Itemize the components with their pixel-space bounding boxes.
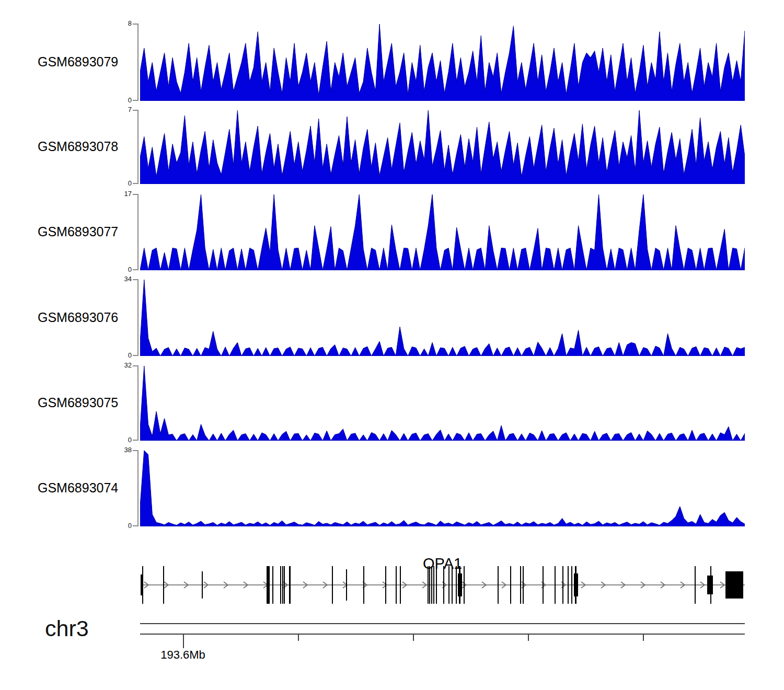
y-axis-tick [133, 183, 137, 184]
coverage-track-row: GSM6893075320 [0, 365, 784, 441]
exon-box [396, 566, 397, 604]
genome-axis-line [140, 634, 745, 635]
exon-box [448, 566, 449, 604]
coverage-track-row: GSM6893076340 [0, 279, 784, 356]
exon-box [431, 566, 432, 604]
genome-axis-tick [298, 635, 299, 641]
exon-box [562, 566, 563, 604]
y-axis-zero-label: 0 [114, 522, 132, 530]
exon-box [456, 566, 457, 604]
exon-box [163, 566, 164, 604]
y-axis-tick [133, 440, 137, 441]
exon-box [707, 576, 713, 594]
exon-box [433, 566, 434, 604]
exon-box [428, 566, 429, 604]
y-axis-tick [133, 110, 137, 111]
y-axis-tick [133, 450, 137, 451]
exon-box [332, 566, 333, 604]
y-axis-tick [133, 279, 137, 280]
exon-box [498, 566, 499, 604]
track-sample-label: GSM6893074 [38, 480, 129, 496]
y-axis-zero-label: 0 [114, 266, 132, 273]
y-axis-tick [133, 355, 137, 356]
exon-box [289, 566, 291, 604]
coverage-signal [140, 110, 745, 184]
exon-box [510, 566, 511, 604]
y-axis-tick [133, 100, 137, 101]
y-axis-max-label: 38 [114, 446, 132, 454]
exon-box [459, 566, 460, 604]
axis-tick-label: 193.6Mb [146, 648, 220, 662]
exon-box [429, 566, 430, 604]
exon-box [436, 566, 437, 604]
coverage-signal [140, 365, 745, 441]
exon-box [575, 566, 577, 604]
y-axis-zero-label: 0 [114, 97, 132, 104]
exon-box [543, 566, 544, 604]
track-sample-label: GSM6893077 [38, 224, 129, 239]
exon-box [523, 566, 524, 604]
y-axis-tick [133, 269, 137, 270]
exon-box [282, 566, 283, 604]
y-axis-tick [133, 194, 137, 195]
exon-box [452, 566, 453, 604]
y-axis-zero-label: 0 [114, 352, 132, 359]
exon-box [725, 571, 743, 599]
y-axis-max-label: 34 [114, 275, 132, 283]
exon-box [267, 566, 270, 604]
exon-box [280, 566, 281, 604]
y-axis-zero-label: 0 [114, 436, 132, 444]
coverage-signal [140, 24, 745, 101]
coverage-signal [140, 450, 745, 526]
y-axis-line [137, 24, 139, 101]
y-axis-line [137, 194, 139, 270]
exon-box [272, 566, 273, 604]
exon-box [400, 566, 401, 604]
y-axis-tick [133, 525, 137, 526]
y-axis-line [137, 450, 139, 526]
track-sample-label: GSM6893079 [38, 54, 129, 70]
coverage-track-row: GSM689307980 [0, 24, 784, 101]
exon-box [568, 566, 569, 604]
track-sample-label: GSM6893078 [38, 139, 129, 154]
y-axis-max-label: 32 [114, 362, 132, 369]
exon-box [385, 566, 386, 604]
exon-box [710, 566, 711, 604]
chromosome-label: chr3 [45, 616, 89, 641]
y-axis-zero-label: 0 [114, 180, 132, 187]
track-sample-label: GSM6893075 [38, 395, 129, 410]
coverage-signal [140, 279, 745, 356]
coverage-signal [140, 194, 745, 270]
coverage-track-row: GSM6893074380 [0, 450, 784, 526]
y-axis-tick [133, 24, 137, 25]
coverage-track-row: GSM6893077170 [0, 194, 784, 270]
exon-box [443, 566, 444, 604]
y-axis-max-label: 17 [114, 190, 132, 198]
track-sample-label: GSM6893076 [38, 310, 129, 325]
exon-box [284, 566, 285, 604]
genome-axis-tick [528, 635, 529, 641]
exon-box [555, 566, 556, 604]
exon-box [346, 569, 347, 601]
exon-box [571, 566, 572, 604]
exon-box [695, 566, 696, 604]
exon-box [363, 566, 364, 604]
y-axis-max-label: 8 [114, 20, 132, 27]
axis-divider-line [140, 623, 745, 624]
y-axis-line [137, 365, 139, 441]
y-axis-line [137, 110, 139, 184]
genome-axis-tick [413, 635, 414, 641]
exon-box [141, 574, 143, 595]
exon-box [520, 566, 521, 604]
y-axis-line [137, 279, 139, 356]
coverage-track-row: GSM689307870 [0, 110, 784, 184]
genome-axis-tick [643, 635, 644, 641]
y-axis-tick [133, 365, 137, 366]
gene-model-track [140, 563, 745, 607]
y-axis-max-label: 7 [114, 106, 132, 113]
exon-box [202, 571, 203, 599]
genome-axis-tick [183, 635, 184, 648]
exon-box [464, 566, 465, 604]
